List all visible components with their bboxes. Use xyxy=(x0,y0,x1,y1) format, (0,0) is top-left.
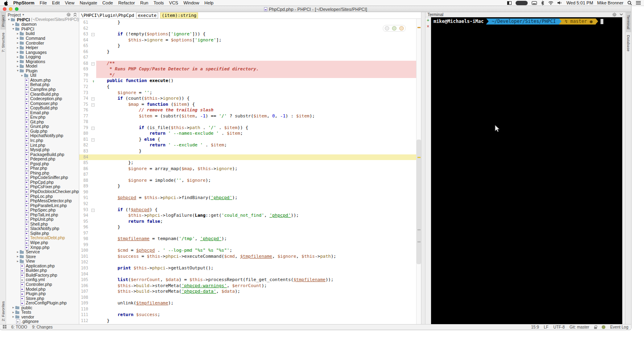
statusbar-item-utf-8[interactable]: UTF-8 xyxy=(553,325,565,329)
code-line[interactable]: 82 return ' --exclude ' . $item; xyxy=(79,142,416,148)
tree-item[interactable]: ▸Util xyxy=(6,73,79,78)
tree-arrow-icon[interactable]: ▸ xyxy=(16,46,20,49)
tree-arrow-icon[interactable]: ▸ xyxy=(16,41,20,45)
tree-arrow-icon[interactable]: ▸ xyxy=(11,310,15,314)
stripe-mark[interactable] xyxy=(417,157,421,158)
line-number[interactable]: 99 xyxy=(79,242,89,248)
code-line[interactable]: 106 $this->build->storeMeta('phpcpd-warn… xyxy=(79,283,416,289)
line-number[interactable]: 69 xyxy=(79,66,89,72)
tree-item[interactable]: ▸public xyxy=(6,305,79,310)
gear-icon[interactable] xyxy=(612,12,617,17)
tree-item[interactable]: Gulp.php xyxy=(6,129,79,134)
code-line[interactable]: 65 } xyxy=(79,43,416,49)
line-number[interactable]: 90 xyxy=(79,189,89,195)
code-line[interactable]: 78 xyxy=(79,119,416,125)
menu-edit[interactable]: Edit xyxy=(52,0,60,5)
tool-windows-icon[interactable] xyxy=(3,325,6,329)
tree-item[interactable]: PhpLoc.php xyxy=(6,194,79,199)
menu-code[interactable]: Code xyxy=(102,0,113,5)
terminal-title[interactable]: Terminal xyxy=(427,12,444,17)
line-number[interactable]: 80 xyxy=(79,131,89,137)
tree-item[interactable]: Campfire.php xyxy=(6,87,79,92)
code-line[interactable]: 108 xyxy=(79,295,416,301)
code-line[interactable]: 63- if (!empty($options['ignore'])) { xyxy=(79,31,416,37)
scrollbar-thumb[interactable] xyxy=(417,140,421,264)
code-line[interactable]: 77 $item = (substr($item, -1) == '/' ? s… xyxy=(79,113,416,119)
tree-item[interactable]: PhpParallelLint.php xyxy=(6,203,79,208)
tree-item[interactable]: Xmpp.php xyxy=(6,245,79,250)
window-icon[interactable] xyxy=(507,1,512,5)
fold-marker-icon[interactable]: - xyxy=(91,209,95,212)
statusbar-item-9-changes[interactable]: 9: Changes xyxy=(32,325,53,329)
lock-icon[interactable] xyxy=(594,327,597,329)
menu-vcs[interactable]: VCS xyxy=(169,0,178,5)
line-number[interactable]: 105 xyxy=(79,277,89,283)
code-line[interactable]: 81- } else { xyxy=(79,137,416,143)
hector-inspection-icon[interactable] xyxy=(602,325,605,329)
keyboard-icon[interactable] xyxy=(532,1,537,5)
tree-arrow-icon[interactable]: ▸ xyxy=(11,315,15,318)
tree-item[interactable]: Behat.php xyxy=(6,82,79,87)
stripe-mark[interactable] xyxy=(417,27,421,28)
fold-marker-icon[interactable]: - xyxy=(91,103,95,107)
tree-item[interactable]: ▾Plugin xyxy=(6,68,79,73)
tree-arrow-icon[interactable]: ▸ xyxy=(16,64,20,68)
code-line[interactable]: 64 $this->ignore = $options['ignore']; xyxy=(79,37,416,43)
code-line[interactable]: 91 $phpcpd = $this->phpci->findBinary('p… xyxy=(79,195,416,201)
tree-item[interactable]: ▸Controller xyxy=(6,41,79,45)
menu-help[interactable]: Help xyxy=(204,0,214,5)
bluetooth-icon[interactable] xyxy=(541,1,544,5)
code-line[interactable]: 104 xyxy=(79,271,416,277)
fold-marker-icon[interactable]: - xyxy=(91,62,95,66)
line-number[interactable]: 71 xyxy=(79,78,89,84)
code-line[interactable]: 79- if (is_file($this->path . '/' . $ite… xyxy=(79,125,416,131)
panel-splitter[interactable] xyxy=(421,12,425,324)
line-number[interactable]: 88 xyxy=(79,178,89,184)
line-number[interactable]: 77 xyxy=(79,113,89,119)
tree-item[interactable]: Env.php xyxy=(6,115,79,119)
tree-item[interactable]: PhpCsFixer.php xyxy=(6,185,79,189)
fold-marker-icon[interactable]: - xyxy=(91,97,95,101)
inspection-widget-button[interactable] xyxy=(385,26,389,31)
code-line[interactable]: 110 xyxy=(79,306,416,312)
implements-method-icon[interactable]: ↑ xyxy=(93,78,95,84)
code-line[interactable]: 95 return false; xyxy=(79,219,416,225)
code-line[interactable]: 102 xyxy=(79,259,416,265)
code-line[interactable]: 109 unlink($tmpfilename); xyxy=(79,300,416,306)
code-line[interactable]: 61 } xyxy=(79,20,416,26)
line-number[interactable]: 73 xyxy=(79,90,89,96)
inspection-widget-button[interactable] xyxy=(392,26,396,31)
tree-arrow-icon[interactable]: ▸ xyxy=(11,23,15,26)
editor-scrollbar[interactable] xyxy=(416,19,421,324)
tree-item[interactable]: ▸vendor xyxy=(6,314,79,319)
statusbar-item-lf[interactable]: LF xyxy=(544,325,549,329)
line-number[interactable]: 111 xyxy=(79,312,89,318)
apple-menu-icon[interactable] xyxy=(4,0,8,6)
line-number[interactable]: 101 xyxy=(79,254,89,260)
code-line[interactable]: 88 $ignore = implode('', $ignore); xyxy=(79,178,416,184)
line-number[interactable]: 95 xyxy=(79,219,89,225)
code-line[interactable]: 105 list($errorCount, $data) = $this->pr… xyxy=(79,277,416,283)
chevron-down-icon[interactable]: ▾ xyxy=(23,13,24,16)
line-number[interactable]: 94 xyxy=(79,213,89,219)
tree-item[interactable]: ▸Command xyxy=(6,36,79,41)
battery-pill[interactable] xyxy=(516,1,528,5)
line-number[interactable]: 102 xyxy=(79,259,89,265)
tree-item[interactable]: PhpCodeSniffer.php xyxy=(6,175,79,180)
tree-item[interactable]: .gitignore xyxy=(6,319,79,324)
line-number[interactable]: 107 xyxy=(79,289,89,295)
line-number[interactable]: 92 xyxy=(79,201,89,207)
line-number[interactable]: 65 xyxy=(79,43,89,49)
tree-item[interactable]: Mysql.php xyxy=(6,147,79,152)
stripe-mark[interactable] xyxy=(417,241,421,242)
tree-item[interactable]: ▸Languages xyxy=(6,50,79,55)
line-number[interactable]: 98 xyxy=(79,236,89,242)
tree-item[interactable]: Model.php xyxy=(6,287,79,292)
tree-item[interactable]: PackageBuild.php xyxy=(6,152,79,157)
breadcrumb-signature[interactable]: (item):string xyxy=(160,12,198,18)
menu-refactor[interactable]: Refactor xyxy=(118,0,135,5)
tree-item[interactable]: ▾PHPCI xyxy=(6,27,79,31)
tree-arrow-icon[interactable]: ▸ xyxy=(16,32,20,35)
tree-arrow-icon[interactable]: ▸ xyxy=(16,55,20,59)
stripe-mark[interactable] xyxy=(417,229,421,230)
